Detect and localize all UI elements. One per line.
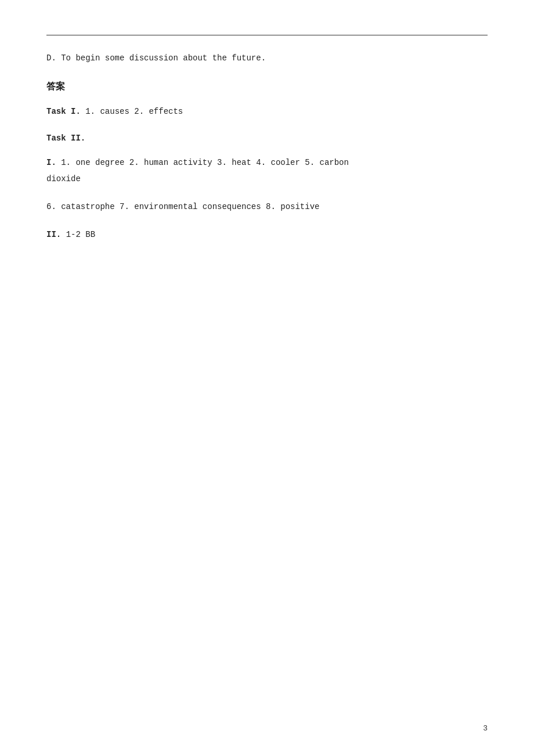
roman-ii-label: II. [46, 230, 61, 239]
option-d: D. To begin some discussion about the fu… [46, 52, 488, 64]
page-container: D. To begin some discussion about the fu… [0, 0, 534, 756]
page-number: 3 [483, 724, 488, 733]
task-ii-label: Task II. [46, 134, 488, 143]
task-ii-section: Task II. I. 1. one degree 2. human activ… [46, 134, 488, 243]
task-i-section: Task I. 1. causes 2. effects [46, 105, 488, 119]
roman-ii-section: II. 1-2 BB [46, 226, 488, 243]
roman-i-line2: dioxide [46, 171, 488, 187]
roman-i-content-line1: 1. one degree 2. human activity 3. heat … [61, 158, 349, 167]
task-i-content: 1. causes 2. effects [85, 107, 183, 116]
top-divider [46, 35, 488, 35]
answer-heading: 答案 [46, 81, 488, 93]
option-d-text: D. To begin some discussion about the fu… [46, 53, 266, 63]
answer-section: 答案 Task I. 1. causes 2. effects Task II.… [46, 81, 488, 242]
roman-i-block: I. 1. one degree 2. human activity 3. he… [46, 154, 488, 187]
roman-i-line1: I. 1. one degree 2. human activity 3. he… [46, 154, 488, 171]
roman-i-label: I. [46, 158, 61, 167]
answers-line2: 6. catastrophe 7. environmental conseque… [46, 199, 488, 215]
task-i-label: Task I. [46, 107, 81, 116]
roman-ii-content: 1-2 BB [66, 230, 95, 239]
